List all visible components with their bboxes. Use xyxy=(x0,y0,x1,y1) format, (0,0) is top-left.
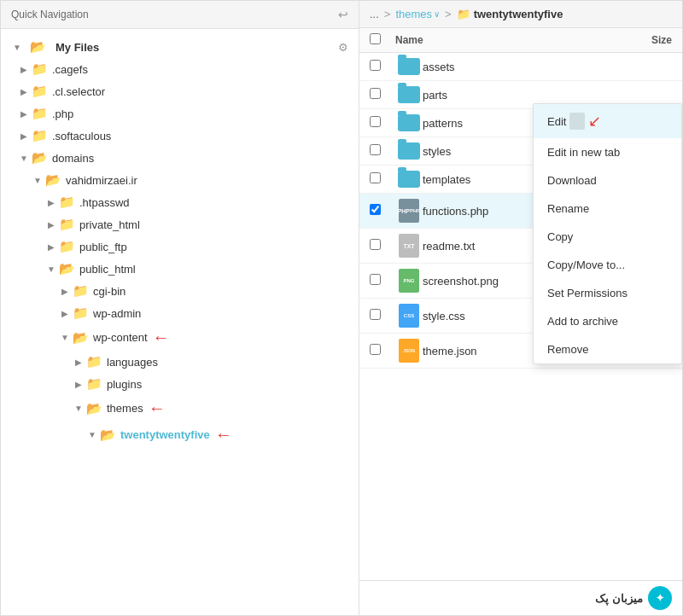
tree-item-twentytwentyfive[interactable]: ▼ 📂 twentytwentyfive ← xyxy=(1,421,359,448)
breadcrumb: ... > themes ∨ > 📁 twentytwentyfive xyxy=(359,1,682,28)
tree-item-public_html[interactable]: ▼ 📂 public_html xyxy=(1,258,359,280)
tree-item-plugins[interactable]: ▶ 📁 plugins xyxy=(1,373,359,395)
label-private_html: private_html xyxy=(79,218,140,231)
row-checkbox-theme.json[interactable] xyxy=(370,344,395,357)
label-public_html: public_html xyxy=(79,263,136,276)
tree-item-clselector[interactable]: ▶ 📁 .cl.selector xyxy=(1,80,359,102)
row-checkbox-assets[interactable] xyxy=(370,60,395,73)
row-checkbox-functions.php[interactable] xyxy=(370,204,395,218)
label-wp-content: wp-content xyxy=(93,331,148,344)
select-all-checkbox[interactable] xyxy=(370,33,381,44)
tree-item-htpasswd[interactable]: ▶ 📁 .htpasswd xyxy=(1,191,359,213)
row-checkbox-screenshot.png[interactable] xyxy=(370,274,395,288)
breadcrumb-sep2: > xyxy=(445,8,452,20)
file-icon-col-parts xyxy=(395,86,423,103)
chevron-vahidmirzaei: ▼ xyxy=(32,174,44,186)
tree-item-vahidmirzaei[interactable]: ▼ 📂 vahidmirzaei.ir xyxy=(1,169,359,191)
json-icon-theme.json: JSON xyxy=(399,339,419,363)
label-twentytwentyfive: twentytwentyfive xyxy=(120,428,210,441)
file-icon-col-functions.php: PHP xyxy=(395,199,423,223)
right-panel: ... > themes ∨ > 📁 twentytwentyfive Name… xyxy=(359,1,682,615)
tree-container: ▶ 📁 .cagefs ▶ 📁 .cl.selector ▶ 📁 .php ▶ … xyxy=(1,58,359,448)
chevron-private_html: ▶ xyxy=(45,218,57,230)
file-icon-col-style.css: CSS xyxy=(395,304,423,328)
folder-icon-wp-admin: 📁 xyxy=(73,305,89,321)
chevron-wp-content: ▼ xyxy=(59,332,71,344)
label-cagefs: .cagefs xyxy=(52,63,88,76)
label-cgi-bin: cgi-bin xyxy=(93,285,126,298)
folder-icon-myfiles: 📂 xyxy=(30,39,46,55)
left-panel: Quick Navigation ↩ ▼ 📂 My Files ⚙ ▶ 📁 .c… xyxy=(1,1,359,615)
chevron-myfiles: ▼ xyxy=(11,41,23,53)
tree-item-domains[interactable]: ▼ 📂 domains xyxy=(1,147,359,169)
file-icon-col-readme.txt: TXT xyxy=(395,234,423,258)
tree-item-php[interactable]: ▶ 📁 .php xyxy=(1,102,359,125)
context-menu-item-set-permissions[interactable]: Set Permissions xyxy=(534,279,681,307)
tree-item-cgi-bin[interactable]: ▶ 📁 cgi-bin xyxy=(1,280,359,302)
tree-item-softaculous[interactable]: ▶ 📁 .softaculous xyxy=(1,125,359,147)
context-menu-item-copy[interactable]: Copy xyxy=(534,223,681,251)
folder-icon-languages: 📁 xyxy=(86,354,102,369)
gear-icon[interactable]: ⚙ xyxy=(338,41,348,54)
context-menu-item-rename[interactable]: Rename xyxy=(534,195,681,223)
chevron-cagefs: ▶ xyxy=(18,63,30,75)
folder-icon-cagefs: 📁 xyxy=(32,61,48,77)
context-menu: Edit↙Edit in new tabDownloadRenameCopyCo… xyxy=(533,103,682,364)
arrow-wp-content: ← xyxy=(153,328,170,347)
folder-icon-private_html: 📁 xyxy=(59,217,75,232)
tree-item-themes[interactable]: ▼ 📂 themes ← xyxy=(1,395,359,421)
context-menu-items: Edit↙Edit in new tabDownloadRenameCopyCo… xyxy=(534,104,681,363)
file-icon-col-theme.json: JSON xyxy=(395,339,423,363)
row-checkbox-templates[interactable] xyxy=(370,172,395,186)
row-checkbox-style.css[interactable] xyxy=(370,309,395,323)
back-icon[interactable]: ↩ xyxy=(338,8,348,21)
file-icon-col-patterns xyxy=(395,114,423,131)
context-menu-item-copy-move[interactable]: Copy/Move to... xyxy=(534,251,681,279)
file-row-assets[interactable]: assets xyxy=(359,53,682,81)
label-htpasswd: .htpasswd xyxy=(79,196,130,209)
txt-icon-readme.txt: TXT xyxy=(399,234,419,258)
row-checkbox-readme.txt[interactable] xyxy=(370,239,395,253)
tree-item-private_html[interactable]: ▶ 📁 private_html xyxy=(1,213,359,235)
breadcrumb-current: 📁 twentytwentyfive xyxy=(457,8,563,20)
folder-icon-wp-content: 📂 xyxy=(73,330,89,346)
label-public_ftp: public_ftp xyxy=(79,241,127,253)
tree-item-wp-content[interactable]: ▼ 📂 wp-content ← xyxy=(1,324,359,351)
folder-icon-php: 📁 xyxy=(32,106,48,121)
folder-icon-plugins: 📁 xyxy=(86,376,102,392)
tree-item-languages[interactable]: ▶ 📁 languages xyxy=(1,351,359,373)
tree-item-public_ftp[interactable]: ▶ 📁 public_ftp xyxy=(1,235,359,258)
breadcrumb-themes[interactable]: themes ∨ xyxy=(395,8,440,20)
row-checkbox-patterns[interactable] xyxy=(370,116,395,130)
context-menu-item-remove[interactable]: Remove xyxy=(534,335,681,363)
context-menu-item-add-archive[interactable]: Add to archive xyxy=(534,307,681,335)
brand-logo: میزبان پک ✦ xyxy=(595,586,672,610)
file-name-parts: parts xyxy=(423,89,621,102)
folder-icon-twentytwentyfive: 📂 xyxy=(100,427,116,443)
chevron-domains: ▼ xyxy=(18,152,30,164)
tree-item-cagefs[interactable]: ▶ 📁 .cagefs xyxy=(1,58,359,80)
tree-root-myfiles[interactable]: ▼ 📂 My Files ⚙ xyxy=(1,36,359,58)
folder-icon-themes: 📂 xyxy=(86,401,102,416)
context-menu-item-edit-new-tab[interactable]: Edit in new tab xyxy=(534,138,681,166)
row-checkbox-styles[interactable] xyxy=(370,144,395,158)
png-icon-screenshot.png: PNG xyxy=(399,269,419,293)
label-plugins: plugins xyxy=(107,378,142,391)
chevron-languages: ▶ xyxy=(73,356,85,368)
file-icon-col-assets xyxy=(395,58,423,75)
folder-icon-domains: 📂 xyxy=(32,150,48,166)
label-php: .php xyxy=(52,108,73,120)
folder-icon-public_ftp: 📁 xyxy=(59,239,75,254)
context-menu-item-edit[interactable]: Edit↙ xyxy=(534,104,681,138)
php-icon-functions.php: PHP xyxy=(399,199,419,223)
chevron-plugins: ▶ xyxy=(73,378,85,390)
chevron-themes: ▼ xyxy=(73,403,85,415)
breadcrumb-sep1: > xyxy=(384,8,391,20)
header-size: Size xyxy=(621,34,672,46)
row-checkbox-parts[interactable] xyxy=(370,88,395,102)
file-table-header: Name Size xyxy=(359,28,682,53)
context-menu-item-download[interactable]: Download xyxy=(534,166,681,195)
tree-item-wp-admin[interactable]: ▶ 📁 wp-admin xyxy=(1,302,359,324)
context-arrow: ↙ xyxy=(588,112,601,131)
chevron-wp-admin: ▶ xyxy=(59,307,71,319)
